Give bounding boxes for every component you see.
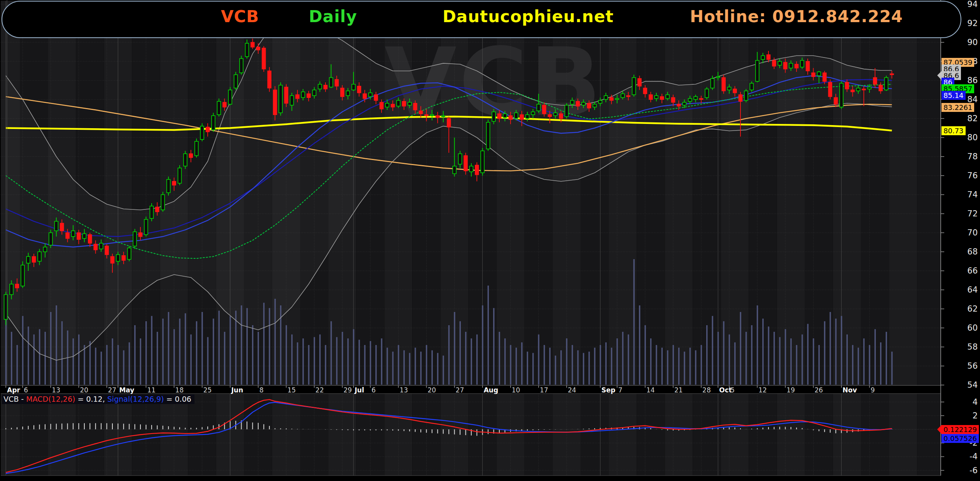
- date-axis-month-label: Jun: [231, 386, 243, 394]
- date-axis-label: 21: [674, 386, 683, 394]
- price-axis-label: 62: [967, 304, 978, 314]
- price-axis-label: 90: [967, 38, 978, 47]
- volume-bar: [95, 348, 96, 385]
- volume-bar: [387, 348, 388, 385]
- volume-bar: [684, 352, 685, 385]
- candle-body: [178, 168, 182, 183]
- volume-bar: [173, 329, 175, 385]
- candle-body: [705, 89, 709, 98]
- candle-body: [408, 102, 411, 105]
- date-axis-label: 17: [540, 386, 548, 394]
- volume-bar: [818, 345, 820, 385]
- candle-body: [234, 75, 238, 88]
- candle-body: [32, 256, 36, 262]
- candle-body: [217, 101, 220, 115]
- volume-bar: [740, 312, 742, 385]
- candle-body: [666, 95, 669, 99]
- volume-bar: [583, 353, 584, 385]
- candle-body: [554, 113, 557, 115]
- date-axis-label: 9: [871, 386, 875, 394]
- candle-body: [682, 102, 686, 105]
- volume-bar: [712, 316, 713, 385]
- bg-stripe: [693, 394, 721, 476]
- volume-bar: [757, 305, 758, 385]
- bg-stripe: [412, 394, 440, 476]
- volume-bar: [269, 308, 270, 385]
- candle-body: [728, 87, 731, 90]
- volume-bar: [162, 319, 164, 385]
- volume-bar: [796, 345, 798, 385]
- candle-body: [184, 154, 187, 166]
- bg-stripe: [272, 394, 300, 476]
- candle-body: [116, 254, 120, 261]
- price-axis-label: 92: [967, 19, 978, 28]
- candle-body: [800, 61, 804, 67]
- bg-stripe: [805, 394, 833, 476]
- volume-bar: [594, 348, 596, 385]
- volume-bar: [409, 353, 411, 385]
- volume-bar: [841, 316, 842, 385]
- macd-axis-label: -6: [970, 466, 978, 475]
- volume-bar: [751, 325, 752, 385]
- price-axis-label: 70: [967, 228, 978, 237]
- price-axis-label: 68: [967, 247, 978, 256]
- date-axis-label: 22: [315, 386, 324, 394]
- signal-name: Signal(12,26,9): [107, 395, 164, 403]
- candle-body: [161, 195, 164, 210]
- candle-body: [475, 165, 479, 175]
- candle-body: [632, 78, 636, 95]
- volume-bar: [639, 305, 640, 385]
- candle-body: [369, 93, 372, 97]
- volume-bar: [718, 332, 719, 385]
- candle-body: [733, 89, 737, 93]
- candle-body: [189, 154, 192, 158]
- bg-stripe: [497, 394, 525, 476]
- volume-bar: [398, 345, 399, 385]
- volume-bar: [297, 342, 298, 385]
- price-chart-canvas[interactable]: VCB5456586062646668707274767880828486889…: [0, 0, 980, 481]
- candle-body: [43, 247, 47, 252]
- volume-bar: [493, 308, 495, 385]
- price-axis-label: 66: [967, 266, 978, 275]
- volume-bar: [179, 319, 181, 385]
- volume-bar: [768, 326, 770, 385]
- tag-arrow: [937, 425, 942, 434]
- volume-bar: [600, 345, 601, 385]
- candle-body: [638, 78, 641, 86]
- candle-body: [212, 116, 215, 130]
- candle-body: [722, 78, 725, 91]
- candle-body: [784, 62, 787, 69]
- macd-axis-label: 2: [973, 411, 978, 420]
- candle-body: [834, 98, 838, 104]
- price-axis-label: 58: [967, 342, 978, 352]
- candle-body: [671, 98, 675, 102]
- volume-bar: [802, 335, 803, 385]
- volume-bar: [560, 350, 562, 385]
- candle-body: [296, 95, 299, 99]
- date-axis-label: 19: [786, 386, 795, 394]
- candle-body: [285, 87, 288, 103]
- candle-body: [200, 126, 204, 139]
- volume-bar: [650, 338, 652, 385]
- candle-body: [82, 234, 86, 238]
- volume-bar: [190, 335, 192, 385]
- candle-body: [88, 235, 92, 243]
- bg-stripe: [356, 394, 384, 476]
- volume-bar: [488, 286, 489, 385]
- macd-legend-prefix: VCB -: [4, 395, 26, 403]
- volume-bar: [622, 332, 624, 385]
- volume-bar: [101, 352, 102, 385]
- candle-body: [397, 100, 400, 106]
- volume-bar: [779, 337, 780, 385]
- volume-bar: [443, 356, 444, 385]
- price-axis-label: 76: [967, 171, 978, 180]
- candle-body: [688, 99, 692, 101]
- date-axis-label: 13: [399, 386, 408, 394]
- candle-body: [402, 101, 406, 106]
- volume-bar: [482, 305, 483, 385]
- candle-body: [615, 99, 619, 99]
- candle-body: [840, 83, 843, 107]
- bg-stripe: [160, 394, 188, 476]
- date-axis-label: 13: [52, 386, 60, 394]
- candle-body: [531, 112, 535, 115]
